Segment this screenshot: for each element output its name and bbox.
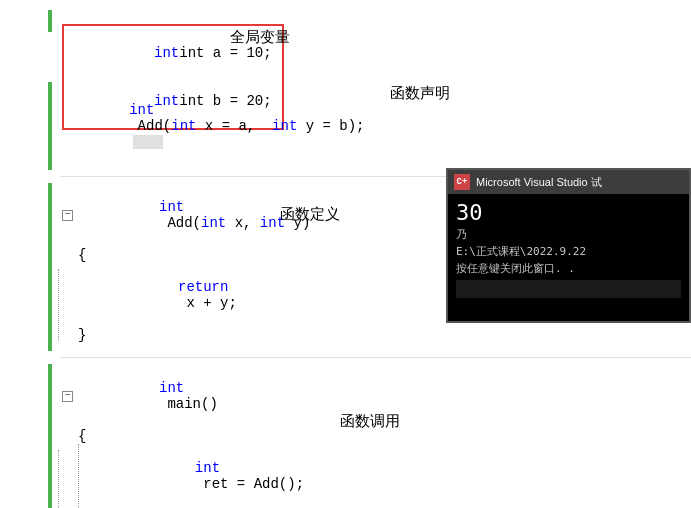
terminal-titlebar: C+ Microsoft Visual Studio 试: [448, 170, 689, 194]
left-accent2: [48, 82, 52, 170]
kw-int-ret: int: [195, 460, 220, 476]
code-editor: intint a = 10; intint b = 20; 全局变量 int A…: [0, 0, 691, 508]
func-decl-line: int Add(int x = a, int y = b);: [62, 86, 691, 166]
main-signature: int main(): [75, 364, 218, 428]
collapse-icon-main[interactable]: −: [62, 391, 73, 402]
vs-icon: C+: [454, 174, 470, 190]
kw-int-x: int: [171, 118, 196, 134]
left-accent: [48, 10, 52, 32]
separator2: [60, 357, 691, 358]
terminal-output: 30: [456, 200, 681, 225]
main-body: { int ret = Add(); cout << ret << endl; …: [50, 428, 691, 508]
main-vertical-line: [58, 450, 59, 508]
terminal-bottom-bar: [456, 280, 681, 298]
kw-int-decl: int: [129, 102, 154, 118]
main-container: intint a = 10; intint b = 20; 全局变量 int A…: [0, 0, 691, 508]
terminal-body: 30 乃 E:\正式课程\2022.9.22 按任意键关闭此窗口. .: [448, 194, 689, 321]
main-inner-line: [78, 444, 79, 508]
var-a-text: int a = 10;: [179, 45, 271, 61]
kw-int-y: int: [272, 118, 297, 134]
placeholder-box: [133, 135, 163, 149]
kw-int-funcdef: int: [159, 199, 184, 215]
func-decl-label: 函数声明: [390, 84, 450, 103]
main-inner-body: int ret = Add(); cout << ret << endl; re…: [78, 444, 691, 508]
func-def-signature: int Add(int x, int y): [75, 183, 310, 247]
close-brace: }: [78, 327, 691, 343]
func-def-label: 函数定义: [280, 205, 340, 224]
terminal-title: Microsoft Visual Studio 试: [476, 175, 602, 190]
kw-int-main: int: [159, 380, 184, 396]
ret-line: int ret = Add();: [94, 444, 691, 508]
terminal-path: E:\正式课程\2022.9.22: [456, 244, 681, 259]
terminal-window: C+ Microsoft Visual Studio 试 30 乃 E:\正式课…: [446, 168, 691, 323]
keyword-int1: int: [154, 45, 179, 61]
func-call-label: 函数调用: [340, 412, 400, 431]
terminal-hint: 按任意键关闭此窗口. .: [456, 261, 681, 276]
func-decl-section: int Add(int x = a, int y = b); 函数声明: [0, 82, 691, 170]
main-func-section: − int main() { int ret = Add();: [0, 364, 691, 508]
global-vars-section: intint a = 10; intint b = 20; 全局变量: [0, 10, 691, 32]
global-vars-label: 全局变量: [230, 28, 290, 47]
func-decl-text: Add(: [129, 118, 171, 134]
collapse-icon-func[interactable]: −: [62, 210, 73, 221]
block-vertical-line: [58, 269, 59, 341]
kw-return: return: [178, 279, 228, 295]
terminal-unknown-char: 乃: [456, 227, 681, 242]
